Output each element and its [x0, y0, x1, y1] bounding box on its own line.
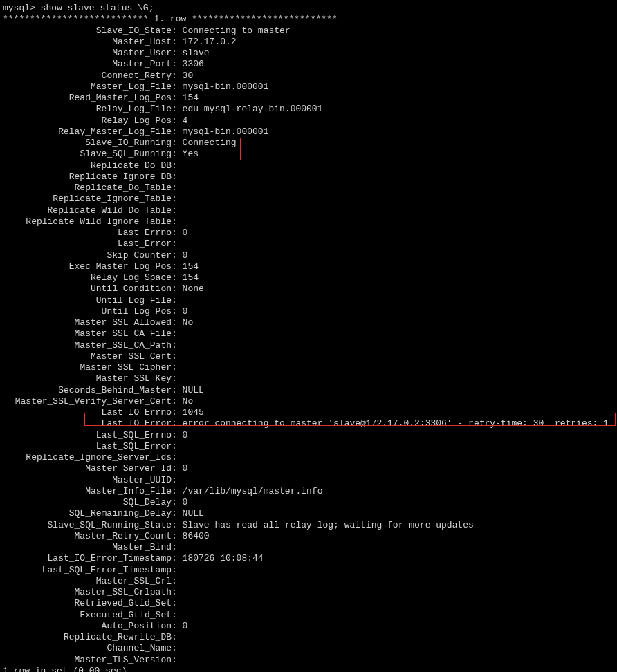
status-key: Master_SSL_Crl	[3, 576, 172, 587]
terminal-output: mysql> show slave status \G;************…	[3, 3, 614, 672]
status-value: 30	[183, 71, 194, 82]
status-row-replicate-do-db: Replicate_Do_DB:	[3, 160, 614, 171]
status-row-master-host: Master_Host:172.17.0.2	[3, 37, 614, 48]
status-sep: :	[172, 26, 183, 37]
status-sep: :	[172, 497, 183, 508]
status-sep: :	[172, 632, 183, 643]
status-sep: :	[172, 396, 183, 407]
status-value: 4	[183, 115, 188, 127]
status-sep: :	[172, 283, 183, 295]
status-key: Exec_Master_Log_Pos	[3, 261, 172, 272]
status-sep: :	[172, 576, 183, 587]
status-row-master-ssl-ca-file: Master_SSL_CA_File:	[3, 328, 614, 339]
status-row-sql-remaining-delay: SQL_Remaining_Delay:NULL	[3, 508, 614, 519]
status-sep: :	[172, 138, 183, 149]
status-key: Read_Master_Log_Pos	[3, 93, 172, 104]
status-row-master-ssl-cert: Master_SSL_Cert:	[3, 351, 614, 362]
status-key: Replicate_Ignore_Server_Ids	[3, 452, 172, 463]
status-sep: :	[172, 48, 183, 59]
status-sep: :	[172, 328, 183, 339]
status-sep: :	[172, 127, 183, 138]
status-key: Master_TLS_Version	[3, 655, 172, 666]
status-key: Slave_IO_State	[3, 26, 172, 37]
status-value: 154	[183, 272, 199, 283]
status-value: Slave has read all relay log; waiting fo…	[183, 520, 474, 531]
status-row-relay-log-pos: Relay_Log_Pos:4	[3, 115, 614, 127]
status-row-seconds-behind-master: Seconds_Behind_Master:NULL	[3, 385, 614, 396]
status-key: Master_SSL_Key	[3, 373, 172, 384]
status-key: Master_SSL_Cipher	[3, 362, 172, 373]
status-row-master-tls-version: Master_TLS_Version:	[3, 655, 614, 666]
status-row-sql-delay: SQL_Delay:0	[3, 497, 614, 508]
status-sep: :	[172, 407, 183, 418]
status-sep: :	[172, 216, 183, 227]
status-value: 0	[183, 621, 188, 632]
status-sep: :	[172, 295, 183, 306]
status-row-replicate-rewrite-db: Replicate_Rewrite_DB:	[3, 632, 614, 643]
status-row-master-ssl-allowed: Master_SSL_Allowed:No	[3, 317, 614, 328]
row-separator: *************************** 1. row *****…	[3, 14, 614, 25]
status-value: NULL	[183, 385, 204, 396]
status-key: Replicate_Wild_Ignore_Table	[3, 216, 172, 227]
status-key: Slave_SQL_Running	[3, 149, 172, 160]
status-sep: :	[172, 362, 183, 373]
status-row-master-ssl-cipher: Master_SSL_Cipher:	[3, 362, 614, 373]
status-sep: :	[172, 272, 183, 283]
status-sep: :	[172, 598, 183, 609]
status-key: Master_SSL_Crlpath	[3, 587, 172, 598]
status-row-last-sql-error: Last_SQL_Error:	[3, 441, 614, 452]
status-sep: :	[172, 553, 183, 564]
status-sep: :	[172, 306, 183, 317]
status-sep: :	[172, 261, 183, 272]
status-key: SQL_Delay	[3, 497, 172, 508]
status-key: Replicate_Ignore_Table	[3, 194, 172, 205]
status-sep: :	[172, 475, 183, 486]
status-value: 0	[183, 250, 188, 261]
status-sep: :	[172, 115, 183, 127]
status-row-replicate-ignore-table: Replicate_Ignore_Table:	[3, 194, 614, 205]
status-row-master-ssl-key: Master_SSL_Key:	[3, 373, 614, 384]
status-row-exec-master-log-pos: Exec_Master_Log_Pos:154	[3, 261, 614, 272]
status-value: Connecting	[183, 138, 237, 149]
status-sep: :	[172, 171, 183, 183]
status-key: Last_IO_Errno	[3, 407, 172, 418]
status-key: Relay_Log_Space	[3, 272, 172, 283]
status-sep: :	[172, 441, 183, 452]
status-row-until-condition: Until_Condition:None	[3, 283, 614, 295]
status-row-slave-sql-running-state: Slave_SQL_Running_State:Slave has read a…	[3, 520, 614, 531]
status-key: Master_SSL_CA_Path	[3, 340, 172, 351]
status-key: Master_SSL_CA_File	[3, 328, 172, 339]
status-key: Master_SSL_Cert	[3, 351, 172, 362]
status-row-relay-master-log-file: Relay_Master_Log_File:mysql-bin.000001	[3, 127, 614, 138]
status-row-master-ssl-ca-path: Master_SSL_CA_Path:	[3, 340, 614, 351]
status-key: Master_SSL_Verify_Server_Cert	[3, 396, 172, 407]
status-sep: :	[172, 463, 183, 474]
status-value: 1045	[183, 407, 204, 418]
status-key: Last_SQL_Error_Timestamp	[3, 565, 172, 576]
status-sep: :	[172, 183, 183, 194]
status-key: Until_Condition	[3, 283, 172, 295]
status-row-last-sql-error-timestamp: Last_SQL_Error_Timestamp:	[3, 565, 614, 576]
status-row-master-info-file: Master_Info_File:/var/lib/mysql/master.i…	[3, 486, 614, 497]
status-key: Replicate_Wild_Do_Table	[3, 205, 172, 216]
status-sep: :	[172, 205, 183, 216]
mysql-prompt: mysql> show slave status \G;	[3, 3, 614, 14]
status-row-last-sql-errno: Last_SQL_Errno:0	[3, 430, 614, 441]
status-value: 154	[183, 261, 199, 272]
status-sep: :	[172, 643, 183, 654]
status-key: Replicate_Do_DB	[3, 160, 172, 171]
status-row-slave-sql-running: Slave_SQL_Running:Yes	[3, 149, 614, 160]
status-key: Until_Log_Pos	[3, 306, 172, 317]
status-sep: :	[172, 385, 183, 396]
status-row-master-ssl-crl: Master_SSL_Crl:	[3, 576, 614, 587]
status-row-slave-io-state: Slave_IO_State:Connecting to master	[3, 26, 614, 37]
status-value: 180726 10:08:44	[183, 553, 264, 564]
status-key: Relay_Log_File	[3, 104, 172, 115]
status-sep: :	[172, 250, 183, 261]
status-row-replicate-wild-do-table: Replicate_Wild_Do_Table:	[3, 205, 614, 216]
status-key: Last_Error	[3, 239, 172, 250]
status-sep: :	[172, 587, 183, 598]
status-row-master-ssl-verify-server-cert: Master_SSL_Verify_Server_Cert:No	[3, 396, 614, 407]
status-key: Master_User	[3, 48, 172, 59]
status-row-until-log-pos: Until_Log_Pos:0	[3, 306, 614, 317]
